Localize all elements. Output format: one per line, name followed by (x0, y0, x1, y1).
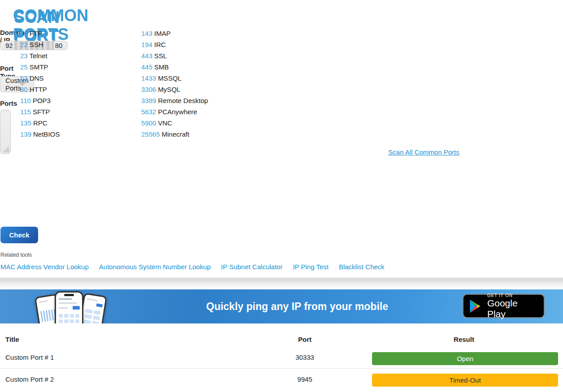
port-number: 5900 (141, 119, 156, 127)
related-link-mac-address-vendor-lookup[interactable]: MAC Address Vendor Lookup (0, 263, 89, 271)
scan-all-common-ports-link[interactable]: Scan All Common Ports (388, 148, 459, 156)
port-name: POP3 (33, 97, 51, 104)
common-port-item: 25SMTP (20, 61, 60, 73)
port-number: 53 (20, 74, 28, 82)
port-number: 80 (20, 86, 28, 93)
port-name: FTP (30, 30, 42, 37)
phone-notch (64, 294, 74, 296)
badge-get-it-on: GET IT ON (487, 293, 538, 298)
section-divider (0, 277, 563, 289)
related-tools-heading: Related tools (0, 252, 32, 258)
common-port-item: 110POP3 (20, 95, 60, 106)
common-port-item: 3306MySQL (141, 84, 208, 95)
common-port-item: 445SMB (141, 61, 208, 73)
port-number: 139 (20, 130, 31, 138)
port-number: 143 (141, 30, 152, 37)
port-number: 5632 (141, 108, 156, 116)
port-scanner-page: { "scan_port": { "title": "SCAN PORT", "… (0, 0, 563, 392)
results-header-result: Result (374, 336, 554, 343)
port-name: Telnet (30, 52, 48, 60)
port-number: 3389 (141, 97, 156, 104)
port-name: SMTP (30, 63, 48, 71)
related-tools-nav: MAC Address Vendor Lookup Autonomous Sys… (0, 263, 385, 271)
port-name: SSL (154, 52, 167, 60)
port-number: 115 (20, 108, 31, 116)
common-port-item: 21FTP (20, 28, 60, 39)
common-ports-column-right: 143IMAP 194IRC 443SSL 445SMB 1433MSSQL 3… (141, 28, 208, 140)
port-number: 445 (141, 63, 152, 71)
port-number: 25565 (141, 130, 160, 138)
port-name: SMB (154, 63, 169, 71)
port-name: IMAP (154, 30, 171, 37)
status-badge-timed-out: Timed-Out (372, 374, 558, 387)
badge-google-play: Google Play (487, 298, 538, 319)
common-port-item: 25565Minecraft (141, 129, 208, 140)
common-port-item: 3389Remote Desktop (141, 95, 208, 106)
common-port-item: 194IRC (141, 39, 208, 50)
status-badge-open: Open (372, 352, 558, 365)
port-number: 23 (20, 52, 28, 60)
common-ports-column-left: 21FTP 22SSH 23Telnet 25SMTP 53DNS 80HTTP… (20, 28, 60, 140)
results-header-port: Port (273, 336, 336, 343)
common-port-item: 5632PCAnywhere (141, 106, 208, 117)
port-name: Remote Desktop (158, 97, 208, 104)
port-name: SSH (30, 41, 43, 48)
port-name: PCAnywhere (158, 108, 197, 116)
port-number: 443 (141, 52, 152, 60)
port-name: Minecraft (162, 130, 190, 138)
port-name: DNS (30, 74, 44, 82)
ports-textarea-wrap: 30333, 9945 (0, 110, 11, 154)
related-link-blacklist-check[interactable]: Blacklist Check (339, 263, 385, 271)
common-port-item: 139NetBIOS (20, 129, 60, 140)
port-name: NetBIOS (33, 130, 60, 138)
port-number: 3306 (141, 86, 156, 93)
result-row-port: 9945 (273, 375, 336, 383)
port-number: 25 (20, 63, 28, 71)
port-number: 1433 (141, 74, 156, 82)
common-port-item: 53DNS (20, 73, 60, 84)
scan-all-common-ports-wrap: Scan All Common Ports (286, 148, 561, 156)
google-play-badge-text: GET IT ON Google Play (487, 293, 538, 319)
port-number: 21 (20, 30, 28, 37)
domain-ip-value-prefix: 92 (5, 42, 13, 49)
related-link-ip-subnet-calculator[interactable]: IP Subnet Calculator (221, 263, 282, 271)
port-number: 194 (141, 41, 152, 48)
common-port-item: 1433MSSQL (141, 73, 208, 84)
common-port-item: 23Telnet (20, 50, 60, 61)
common-port-item: 22SSH (20, 39, 60, 50)
port-name: MSSQL (158, 74, 182, 82)
port-name: RPC (33, 119, 48, 127)
resize-handle-icon[interactable] (3, 146, 9, 152)
google-play-icon (469, 299, 482, 314)
common-port-item: 5900VNC (141, 117, 208, 129)
results-header-title: Title (5, 336, 19, 343)
phone-mockup-center (55, 291, 83, 323)
result-row-title: Custom Port # 2 (5, 375, 54, 383)
common-port-item: 143IMAP (141, 28, 208, 39)
port-name: IRC (154, 41, 166, 48)
port-name: SFTP (33, 108, 50, 116)
port-number: 110 (20, 97, 31, 104)
port-name: VNC (158, 119, 172, 127)
table-row-divider (0, 368, 563, 369)
port-name: HTTP (30, 86, 47, 93)
result-row-title: Custom Port # 1 (5, 353, 54, 361)
port-name: MySQL (158, 86, 180, 93)
port-number: 22 (20, 41, 28, 48)
mobile-app-banner: Quickly ping any IP from your mobile GET… (0, 289, 563, 323)
result-row-port: 30333 (273, 353, 336, 361)
check-button[interactable]: Check (0, 227, 38, 243)
common-port-item: 80HTTP (20, 84, 60, 95)
related-link-ip-ping-test[interactable]: IP Ping Test (293, 263, 329, 271)
related-link-asn-lookup[interactable]: Autonomous System Number Lookup (99, 263, 211, 271)
common-port-item: 443SSL (141, 50, 208, 61)
common-port-item: 135RPC (20, 117, 60, 129)
ports-label: Ports (0, 99, 17, 107)
google-play-badge[interactable]: GET IT ON Google Play (463, 294, 545, 318)
port-number: 135 (20, 119, 31, 127)
common-port-item: 115SFTP (20, 106, 60, 117)
